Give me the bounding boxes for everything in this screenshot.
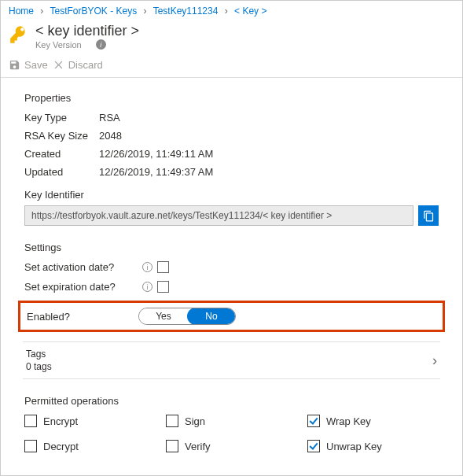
help-icon[interactable]: i: [142, 282, 152, 292]
help-icon[interactable]: i: [142, 262, 152, 272]
info-icon[interactable]: i: [96, 39, 106, 50]
key-type-value: RSA: [99, 112, 120, 124]
perm-checkbox[interactable]: [166, 440, 178, 452]
copy-icon: [423, 210, 435, 222]
perm-checkbox[interactable]: [307, 415, 320, 427]
close-icon: [53, 59, 64, 71]
toolbar: Save Discard: [1, 53, 462, 78]
perm-checkbox[interactable]: [307, 440, 320, 452]
activation-checkbox[interactable]: [157, 261, 169, 273]
perm-checkbox[interactable]: [24, 440, 37, 452]
perm-item[interactable]: Wrap Key: [307, 415, 433, 427]
perm-label: Wrap Key: [326, 415, 371, 427]
enabled-label: Enabled?: [27, 311, 138, 323]
perm-label: Decrypt: [43, 441, 79, 452]
activation-label: Set activation date?: [24, 261, 142, 273]
perm-item[interactable]: Decrypt: [24, 440, 166, 452]
perm-checkbox[interactable]: [166, 415, 178, 427]
breadcrumb-vault[interactable]: TestForBYOK - Keys: [50, 6, 137, 17]
enabled-yes[interactable]: Yes: [139, 308, 188, 324]
perm-item[interactable]: Encrypt: [24, 415, 166, 427]
identifier-field[interactable]: [24, 205, 413, 226]
properties-heading: Properties: [24, 92, 439, 104]
chevron-right-icon: ›: [144, 6, 147, 17]
settings-heading: Settings: [24, 242, 439, 253]
copy-button[interactable]: [418, 205, 439, 226]
key-size-value: 2048: [99, 130, 122, 142]
breadcrumb-key[interactable]: TestKey111234: [153, 6, 219, 17]
chevron-right-icon: ›: [40, 6, 43, 17]
key-type-label: Key Type: [24, 112, 99, 124]
perm-label: Encrypt: [43, 415, 78, 427]
perm-checkbox[interactable]: [24, 415, 37, 427]
save-label: Save: [24, 59, 48, 71]
page-title: < key identifier >: [35, 23, 139, 39]
permitted-heading: Permitted operations: [24, 395, 439, 407]
created-value: 12/26/2019, 11:49:11 AM: [99, 148, 213, 160]
updated-value: 12/26/2019, 11:49:37 AM: [99, 166, 213, 178]
enabled-highlight: Enabled? Yes No: [18, 301, 445, 332]
key-size-label: RSA Key Size: [24, 130, 99, 142]
discard-button[interactable]: Discard: [53, 59, 103, 71]
tags-row[interactable]: Tags 0 tags ›: [23, 341, 440, 379]
perm-label: Verify: [185, 441, 211, 452]
created-label: Created: [24, 148, 99, 160]
discard-label: Discard: [68, 59, 103, 71]
identifier-label: Key Identifier: [24, 189, 439, 201]
enabled-no[interactable]: No: [187, 308, 236, 325]
save-icon: [9, 59, 20, 71]
breadcrumb: Home › TestForBYOK - Keys › TestKey11123…: [1, 1, 462, 20]
breadcrumb-home[interactable]: Home: [9, 6, 34, 17]
tags-label: Tags: [26, 349, 52, 360]
expiration-checkbox[interactable]: [157, 281, 169, 293]
chevron-right-icon: ›: [432, 352, 437, 369]
tags-count: 0 tags: [26, 361, 52, 372]
page-header: < key identifier > Key Version i: [1, 20, 462, 53]
save-button[interactable]: Save: [9, 59, 48, 71]
enabled-toggle[interactable]: Yes No: [138, 308, 236, 325]
perm-label: Unwrap Key: [326, 441, 382, 452]
chevron-right-icon: ›: [225, 6, 228, 17]
updated-label: Updated: [24, 166, 99, 178]
perm-item[interactable]: Unwrap Key: [307, 440, 433, 452]
page-subtitle: Key Version: [35, 40, 82, 50]
perm-item[interactable]: Sign: [166, 415, 307, 427]
perm-label: Sign: [185, 415, 205, 427]
key-icon: [9, 24, 29, 45]
breadcrumb-version[interactable]: < Key >: [234, 6, 266, 17]
expiration-label: Set expiration date?: [24, 281, 142, 293]
perm-item[interactable]: Verify: [166, 440, 307, 452]
